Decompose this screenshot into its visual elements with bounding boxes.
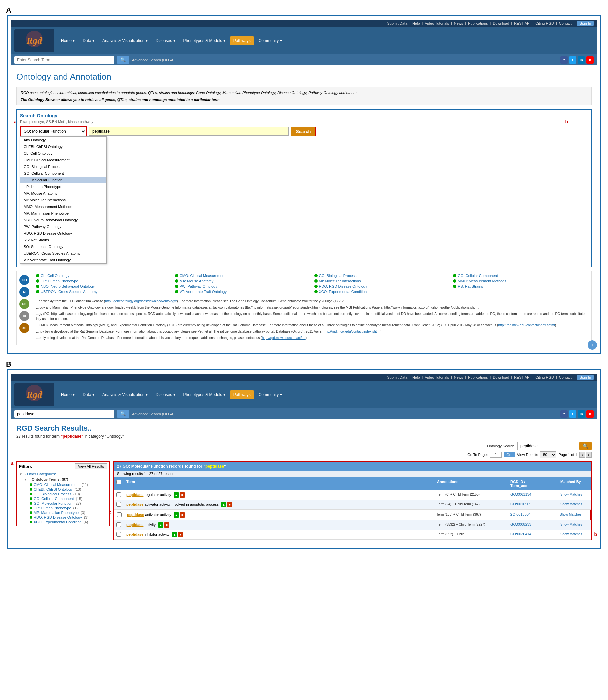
nav-analysis-b[interactable]: Analysis & Visualization ▾: [99, 390, 151, 399]
view-results-select[interactable]: 10 25 50 100: [540, 451, 556, 458]
dd-cl[interactable]: CL: Cell Ontology: [20, 150, 107, 157]
dd-go-bp[interactable]: GO: Biological Process: [20, 163, 107, 170]
news-link[interactable]: News: [454, 21, 463, 25]
filter-tree-item[interactable]: GO: Molecular Function (27): [30, 501, 107, 506]
term-icon-red-2[interactable]: ■: [227, 502, 232, 507]
term-icon-red-5[interactable]: ■: [178, 532, 184, 537]
term-highlight-5[interactable]: peptidase: [127, 532, 144, 536]
select-all-checkbox[interactable]: [116, 480, 121, 484]
main-search-button[interactable]: 🔍: [117, 56, 129, 64]
dd-so[interactable]: SO: Sequence Ontology: [20, 243, 107, 250]
dd-any-ontology[interactable]: Any Ontology: [20, 137, 107, 143]
term-highlight-4[interactable]: peptidase: [127, 523, 144, 527]
sign-in-button[interactable]: Sign In: [577, 21, 594, 26]
ontology-dropdown[interactable]: Any Ontology ChEBI: ChEBI Ontology CL: C…: [20, 136, 107, 264]
prev-page-button[interactable]: ‹: [579, 452, 585, 458]
dd-mp[interactable]: MP: Mammalian Phenotype: [20, 210, 107, 217]
main-search-button-b[interactable]: 🔍: [117, 410, 129, 418]
dd-hp[interactable]: HP: Human Phenotype: [20, 183, 107, 190]
main-search-input[interactable]: [14, 56, 114, 64]
term-highlight-2[interactable]: peptidase: [127, 502, 144, 506]
ontology-select[interactable]: GO: Molecular Function Any Ontology: [20, 127, 87, 136]
video-tutorials-link-b[interactable]: Video Tutorials: [424, 375, 449, 379]
filter-tree-item[interactable]: CMO: Clinical Measurement (11): [30, 482, 107, 487]
contact-link-b[interactable]: Contact: [559, 375, 572, 379]
facebook-icon[interactable]: f: [560, 56, 568, 64]
nav-phenotypes[interactable]: Phenotypes & Models ▾: [180, 36, 229, 45]
nav-pathways-b[interactable]: Pathways: [230, 390, 254, 399]
news-link-b[interactable]: News: [454, 375, 463, 379]
view-all-button[interactable]: View All Results: [75, 463, 107, 469]
row-checkbox-4[interactable]: [116, 522, 121, 527]
submit-data-link-b[interactable]: Submit Data: [387, 375, 407, 379]
dd-chebi[interactable]: ChEBI: ChEBI Ontology: [20, 143, 107, 150]
row-checkbox-5[interactable]: [116, 532, 121, 537]
citing-rgd-link-b[interactable]: Citing RGD: [535, 375, 554, 379]
dd-pw[interactable]: PW: Pathway Ontology: [20, 223, 107, 230]
dd-mmo[interactable]: MMO: Measurement Methods: [20, 203, 107, 210]
nav-analysis[interactable]: Analysis & Visualization ▾: [99, 36, 151, 45]
main-search-input-b[interactable]: [14, 410, 114, 418]
linkedin-icon[interactable]: in: [578, 56, 585, 64]
next-page-button[interactable]: ›: [586, 452, 592, 458]
citing-rgd-link[interactable]: Citing RGD: [535, 21, 554, 25]
twitter-icon[interactable]: t: [569, 56, 576, 64]
term-icon-green-3[interactable]: ▲: [174, 512, 179, 518]
twitter-icon-b[interactable]: t: [569, 410, 576, 418]
term-icon-red-1[interactable]: ■: [180, 492, 185, 498]
facebook-icon-b[interactable]: f: [560, 410, 568, 418]
page-input[interactable]: [490, 452, 501, 458]
nav-community[interactable]: Community ▾: [255, 36, 285, 45]
nav-data[interactable]: Data ▾: [79, 36, 98, 45]
dd-cmo[interactable]: CMO: Clinical Measurement: [20, 157, 107, 163]
term-highlight-1[interactable]: peptidase: [127, 493, 144, 497]
goto-button[interactable]: Go!: [504, 452, 515, 457]
filter-tree-item[interactable]: MP: Mammalian Phenotype (3): [30, 510, 107, 515]
term-icon-green-5[interactable]: ▲: [172, 532, 177, 537]
term-icon-red-3[interactable]: ■: [180, 512, 185, 518]
ontology-search-go-button[interactable]: 🔍: [579, 442, 592, 450]
advanced-search-link[interactable]: Advanced Search (OLGA): [132, 58, 175, 62]
nav-home-b[interactable]: Home ▾: [58, 390, 78, 399]
row-checkbox-1[interactable]: [116, 492, 121, 497]
dd-ma[interactable]: MA: Mouse Anatomy: [20, 190, 107, 197]
nav-home[interactable]: Home ▾: [58, 36, 78, 45]
nav-community-b[interactable]: Community ▾: [255, 390, 285, 399]
sign-in-button-b[interactable]: Sign In: [577, 375, 594, 380]
contact-link[interactable]: Contact: [559, 21, 572, 25]
youtube-icon[interactable]: ▶: [586, 56, 594, 64]
row-checkbox-2[interactable]: [116, 502, 121, 507]
dd-vt[interactable]: VT: Vertebrate Trait Ontology: [20, 257, 107, 263]
rest-api-link-b[interactable]: REST API: [514, 375, 530, 379]
video-tutorials-link[interactable]: Video Tutorials: [424, 21, 449, 25]
filter-tree-item[interactable]: GO: Biological Process (10): [30, 492, 107, 496]
filter-tree-item[interactable]: HP: Human Phenotype (1): [30, 506, 107, 510]
row-checkbox-3[interactable]: [117, 512, 122, 517]
other-categories-link[interactable]: Other Categories:: [27, 472, 56, 476]
filter-tree-item[interactable]: RDO: RGD Disease Ontology (3): [30, 515, 107, 520]
term-highlight-3[interactable]: peptidase: [127, 513, 144, 517]
nav-data-b[interactable]: Data ▾: [79, 390, 98, 399]
dd-go-cc[interactable]: GO: Cellular Component: [20, 170, 107, 177]
filter-tree-item[interactable]: GO: Cellular Component (15): [30, 496, 107, 501]
term-icon-green-2[interactable]: ▲: [221, 502, 226, 507]
publications-link-b[interactable]: Publications: [468, 375, 488, 379]
term-icon-green-4[interactable]: ▲: [158, 522, 164, 528]
dd-rdo[interactable]: RDO: RGD Disease Ontology: [20, 230, 107, 237]
term-icon-red-4[interactable]: ■: [164, 522, 169, 528]
dd-uberon[interactable]: UBERON: Cross-Species Anatomy: [20, 250, 107, 257]
submit-data-link[interactable]: Submit Data: [387, 21, 407, 25]
youtube-icon-b[interactable]: ▶: [586, 410, 594, 418]
ontology-search-input[interactable]: [517, 442, 577, 450]
nav-pathways[interactable]: Pathways: [230, 36, 254, 45]
download-link[interactable]: Download: [493, 21, 509, 25]
nav-diseases-b[interactable]: Diseases ▾: [152, 390, 179, 399]
scroll-button[interactable]: ↓: [588, 340, 597, 350]
nav-diseases[interactable]: Diseases ▾: [152, 36, 179, 45]
filter-tree-item[interactable]: XCO: Experimental Condition (4): [30, 520, 107, 524]
help-link-b[interactable]: Help: [412, 375, 420, 379]
filter-tree-item[interactable]: ChEBI: ChEBI Ontology (13): [30, 487, 107, 492]
nav-phenotypes-b[interactable]: Phenotypes & Models ▾: [180, 390, 229, 399]
search-button-a[interactable]: Search: [291, 127, 316, 136]
linkedin-icon-b[interactable]: in: [578, 410, 585, 418]
